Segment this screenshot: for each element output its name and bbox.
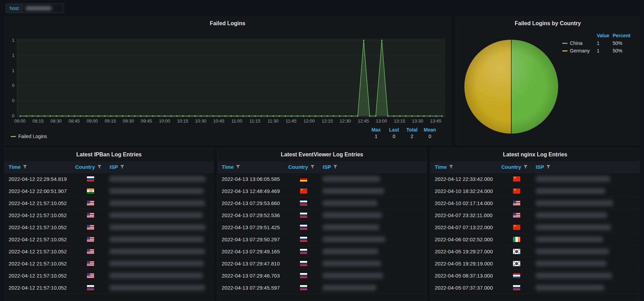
time-cell: 2022-04-12 21:57:10.052 [4,285,75,291]
column-header-country[interactable]: Country [501,164,536,170]
flag-ru-icon [300,213,307,218]
flag-ru-icon [300,201,307,206]
failed-logins-by-country-panel: Failed Logins by Country Value Percent C… [456,17,640,145]
country-cell [501,273,536,278]
isp-redacted-blur [323,285,376,290]
isp-cell [536,213,640,218]
eventviewer-log-panel: Latest EventViewer Log Entries Time Coun… [217,148,427,301]
table-row: 2022-04-12 21:57:10.052 [4,245,213,258]
time-cell: 2022-04-05 19:29:27.000 [431,249,501,254]
isp-cell [323,285,426,290]
column-header-isp[interactable]: ISP [536,164,640,170]
column-header-country[interactable]: Country [288,164,323,170]
country-cell [501,261,536,266]
table-header-row: Time Country ISP [218,161,426,173]
legend-series-key[interactable]: Failed Logins [11,134,367,139]
y-tick-label: 0 [12,98,14,103]
table-row: 2022-04-07 23:32:11.000 [431,209,640,221]
column-header-label: Time [222,164,234,170]
filter-icon[interactable] [310,165,315,169]
x-tick-label: 12:15 [322,118,333,124]
column-header-isp[interactable]: ISP [323,164,426,170]
filter-icon[interactable] [333,165,338,169]
table-row: 2022-04-05 08:37:13.000 [431,270,640,282]
isp-redacted-blur [536,201,613,206]
panel-title-failed-logins-by-country[interactable]: Failed Logins by Country [456,17,640,30]
time-series-plot[interactable] [17,38,445,117]
x-tick-label: 11:45 [286,118,297,124]
isp-redacted-blur [110,249,205,254]
column-header-time[interactable]: Time [431,164,501,170]
table-body: 2022-04-12 22:33:42.0002022-04-10 18:32:… [431,173,640,301]
country-cell [288,261,323,266]
panel-title-failed-logins[interactable]: Failed Logins [4,17,451,30]
x-tick-label: 09:00 [87,118,98,124]
dashboard-row-bottom: Latest IPBan Log Entries Time Country IS… [4,148,640,301]
flag-ru-icon [513,285,520,290]
table-row: 2022-04-13 13:06:05.585 [218,173,426,185]
x-tick-label: 08:30 [50,118,62,124]
time-cell: 2022-04-10 02:17:14.000 [431,200,501,206]
time-cell: 2022-04-12 21:57:10.052 [4,273,75,279]
pie-chart[interactable] [464,40,558,134]
country-cell [501,237,536,242]
isp-redacted-blur [110,201,205,206]
country-cell [75,273,110,278]
flag-cn-icon [513,225,520,230]
legend-stat-header-mean[interactable]: Mean [421,127,439,133]
isp-cell [110,273,213,278]
flag-in-icon [87,188,94,194]
filter-icon[interactable] [449,165,453,169]
country-cell [288,225,323,230]
country-cell [501,213,536,218]
pie-legend-key-germany[interactable]: Germany [562,48,597,54]
pie-legend-label: China [570,40,583,46]
country-cell [75,213,110,218]
column-header-isp[interactable]: ISP [110,164,213,170]
filter-icon[interactable] [236,165,240,169]
x-tick-label: 12:00 [303,118,315,124]
pie-legend-key-china[interactable]: China [562,40,597,46]
isp-redacted-blur [323,188,384,194]
y-tick-label: 0 [12,83,14,88]
flag-cn-icon [300,188,307,194]
x-tick-label: 10:45 [213,118,224,124]
legend-stat-header-last[interactable]: Last [385,127,403,133]
column-header-time[interactable]: Time [4,164,75,170]
country-cell [288,213,323,218]
isp-redacted-blur [110,273,203,278]
x-axis: 08:0008:1508:3008:4509:0009:1509:3009:45… [7,118,445,124]
flag-nl-icon [513,273,520,278]
panel-title-ipban[interactable]: Latest IPBan Log Entries [4,148,213,161]
pie-legend-header-percent[interactable]: Percent [613,33,633,38]
panel-title-eventviewer[interactable]: Latest EventViewer Log Entries [218,148,426,161]
legend-stat-header-max[interactable]: Max [367,127,385,133]
column-header-country[interactable]: Country [75,164,110,170]
filter-icon[interactable] [97,165,102,169]
country-cell [75,237,110,242]
filter-icon[interactable] [546,165,551,169]
y-tick-label: 1 [12,68,14,73]
filter-icon[interactable] [523,165,528,169]
column-header-time[interactable]: Time [218,164,288,170]
legend-stat-header-total[interactable]: Total [403,127,421,133]
variable-host-label: host [6,3,23,13]
pie-legend-value: 1 [597,48,613,54]
flag-us-icon [87,225,94,230]
variable-host-dropdown[interactable] [23,3,64,13]
flag-ru-icon [87,285,94,290]
x-tick-label: 09:45 [141,118,152,124]
x-tick-label: 08:45 [69,118,80,124]
x-tick-label: 10:30 [195,118,207,124]
column-header-label: ISP [110,164,118,170]
panel-title-nginx[interactable]: Latest nginx Log Entries [431,148,640,161]
nginx-log-panel: Latest nginx Log Entries Time Country IS… [430,148,640,301]
table-row: 2022-04-07 07:13:22.000 [431,221,640,233]
pie-legend-percent: 50% [613,40,633,46]
isp-redacted-blur [536,188,605,194]
time-cell: 2022-04-12 21:57:10.052 [4,200,75,206]
filter-icon[interactable] [120,165,124,169]
legend-stat-value-last: 0 [385,134,403,139]
pie-legend-header-value[interactable]: Value [597,33,613,38]
filter-icon[interactable] [23,165,27,169]
